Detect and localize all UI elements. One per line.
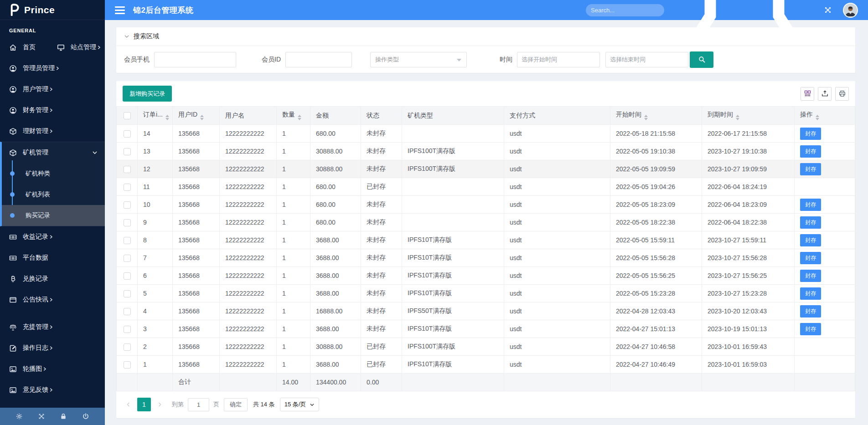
row-checkbox[interactable] — [124, 130, 131, 138]
cell-pay-method: usdt — [504, 231, 610, 249]
sidebar-item-deposit-withdraw[interactable]: 充提管理 — [0, 317, 105, 338]
sidebar-item-miner-management[interactable]: 矿机管理 — [2, 142, 105, 163]
columns-button[interactable] — [801, 87, 814, 101]
cell-quantity: 1 — [277, 356, 310, 374]
gear-icon[interactable] — [16, 413, 23, 420]
row-checkbox[interactable] — [124, 255, 131, 262]
sort-icon[interactable] — [816, 115, 819, 120]
menu-toggle-icon[interactable] — [115, 6, 125, 14]
column-header-action[interactable]: 操作 — [795, 107, 855, 125]
seal-button[interactable]: 封存 — [800, 145, 821, 158]
row-checkbox[interactable] — [124, 308, 131, 315]
seal-button[interactable]: 封存 — [800, 252, 821, 264]
row-checkbox[interactable] — [124, 343, 131, 351]
sort-icon[interactable] — [298, 115, 301, 120]
row-checkbox[interactable] — [124, 361, 131, 369]
fullscreen-icon[interactable] — [824, 6, 832, 14]
sidebar-item-operation-logs[interactable]: 操作日志 — [0, 338, 105, 358]
row-checkbox[interactable] — [124, 237, 131, 244]
sort-icon[interactable] — [165, 115, 169, 120]
seal-button[interactable]: 封存 — [800, 163, 821, 175]
sidebar-item-miner-list[interactable]: 矿机列表 — [2, 184, 105, 205]
page-number-input[interactable] — [188, 398, 209, 411]
cell-quantity: 1 — [277, 338, 310, 356]
user-avatar[interactable] — [843, 3, 858, 18]
page-size-select[interactable]: 15 条/页 — [280, 398, 320, 411]
prev-page-button[interactable] — [123, 398, 134, 411]
sidebar-item-miner-types[interactable]: 矿机种类 — [2, 163, 105, 184]
row-checkbox[interactable] — [124, 326, 131, 333]
cell-select — [117, 125, 138, 143]
sidebar-item-feedback[interactable]: 意见反馈 — [0, 379, 105, 400]
column-header-quantity[interactable]: 数量 — [277, 107, 310, 125]
lock-icon[interactable] — [60, 413, 67, 420]
select-all-checkbox[interactable] — [124, 112, 131, 119]
member-phone-input[interactable] — [154, 52, 236, 67]
sort-icon[interactable] — [200, 115, 204, 120]
row-checkbox[interactable] — [124, 148, 131, 155]
chevron-right-icon — [49, 325, 53, 329]
row-checkbox[interactable] — [124, 166, 131, 173]
sidebar-item-home[interactable]: 首页 — [0, 37, 57, 58]
column-header-user-id[interactable]: 用户ID — [173, 107, 220, 125]
row-checkbox[interactable] — [124, 272, 131, 280]
total-count-label: 共 14 条 — [253, 400, 275, 409]
caret-down-icon — [457, 59, 461, 64]
seal-button[interactable]: 封存 — [800, 199, 821, 211]
seal-button[interactable]: 封存 — [800, 305, 821, 317]
column-header-select[interactable] — [117, 107, 138, 125]
row-checkbox[interactable] — [124, 201, 131, 209]
sort-icon[interactable] — [736, 115, 739, 120]
sidebar-item-platform-data[interactable]: 平台数据 — [0, 247, 105, 268]
cell-select — [117, 267, 138, 285]
row-checkbox[interactable] — [124, 290, 131, 297]
desktop-icon — [57, 44, 65, 51]
row-checkbox[interactable] — [124, 219, 131, 226]
print-button[interactable] — [835, 87, 849, 101]
column-header-end-time[interactable]: 到期时间 — [702, 107, 795, 125]
sidebar-item-carousel[interactable]: 轮播图 — [0, 358, 105, 379]
seal-button[interactable]: 封存 — [800, 128, 821, 140]
seal-button[interactable]: 封存 — [800, 234, 821, 246]
cell-order-id: 3 — [138, 320, 173, 338]
operation-type-select[interactable]: 操作类型 — [370, 52, 467, 67]
start-time-input[interactable] — [517, 52, 600, 67]
search-panel-header[interactable]: 搜索区域 — [116, 27, 855, 46]
power-icon[interactable] — [82, 413, 89, 420]
cell-action: 封存 — [795, 231, 855, 249]
sort-icon[interactable] — [644, 115, 648, 120]
row-checkbox[interactable] — [124, 184, 131, 191]
column-header-status: 状态 — [361, 107, 402, 125]
column-label: 操作 — [800, 111, 813, 118]
next-page-button[interactable] — [154, 398, 165, 411]
column-header-start-time[interactable]: 开始时间 — [610, 107, 702, 125]
sidebar-item-admin-management[interactable]: 管理员管理 — [0, 58, 105, 79]
sidebar-item-income-records[interactable]: 收益记录 — [0, 226, 105, 247]
seal-button[interactable]: 封存 — [800, 216, 821, 229]
search-submit-button[interactable] — [690, 51, 713, 68]
sidebar-item-user-management[interactable]: 用户管理 — [0, 79, 105, 100]
column-header-order-id[interactable]: 订单i... — [138, 107, 173, 125]
goto-confirm-button[interactable]: 确定 — [224, 398, 248, 411]
sidebar-footer — [0, 408, 105, 425]
export-button[interactable] — [818, 87, 832, 101]
fullscreen-icon[interactable] — [38, 413, 45, 420]
cell-user-id: 135668 — [173, 231, 220, 249]
seal-button[interactable]: 封存 — [800, 287, 821, 300]
header-search-input[interactable] — [591, 7, 671, 14]
sidebar-item-exchange-records[interactable]: 兑换记录 — [0, 268, 105, 289]
table-row: 11356681222222222213688.00已封存IPFS10T满存版u… — [117, 356, 855, 374]
current-page-button[interactable]: 1 — [137, 398, 151, 411]
sidebar-item-finance-management[interactable]: 财务管理 — [0, 100, 105, 121]
seal-button[interactable]: 封存 — [800, 270, 821, 282]
sidebar-item-purchase-records[interactable]: 购买记录 — [2, 205, 105, 226]
seal-button[interactable]: 封存 — [800, 323, 821, 335]
sidebar-item-site-management[interactable]: 站点管理 — [57, 37, 105, 58]
member-id-input[interactable] — [285, 52, 352, 67]
add-purchase-record-button[interactable]: 新增购买记录 — [123, 86, 172, 102]
sidebar-item-label: 首页 — [23, 43, 36, 51]
end-time-input[interactable] — [605, 52, 688, 67]
sidebar-item-announcements[interactable]: 公告快讯 — [0, 289, 105, 310]
brand-logo[interactable]: Prince — [0, 0, 105, 20]
sidebar-item-wealth-management[interactable]: 理财管理 — [0, 121, 105, 142]
